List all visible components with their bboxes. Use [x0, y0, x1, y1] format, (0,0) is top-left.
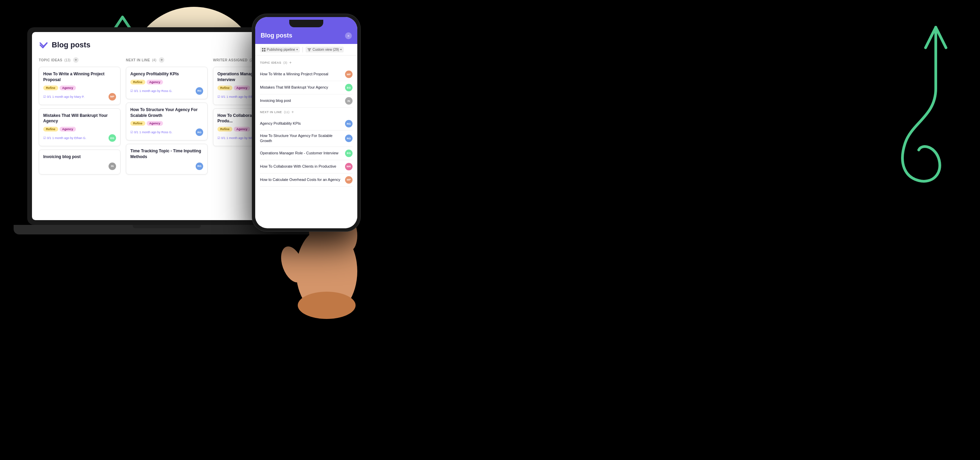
- phone-item-4[interactable]: How To Structure Your Agency For Scalabl…: [260, 131, 353, 147]
- column-next-in-line: NEXT IN LINE (4) + Agency Profitability …: [126, 57, 208, 209]
- tag-agency: Agency: [234, 127, 250, 131]
- chevron-down-icon: ▾: [296, 48, 298, 51]
- phone-item-1[interactable]: Mistakes That Will Bankrupt Your Agency …: [260, 81, 353, 94]
- phone-section-topic-ideas: TOPIC IDEAS (3) +: [260, 60, 353, 65]
- card-invoicing[interactable]: Invoicing blog post IN: [39, 150, 121, 174]
- filter-icon: [308, 48, 311, 51]
- phone-section-next-in-line: NEXT IN LINE (11) +: [260, 110, 353, 115]
- avatar-inv: IN: [108, 163, 116, 170]
- svg-rect-3: [264, 50, 266, 51]
- card-title: How To Structure Your Agency For Scalabl…: [130, 107, 203, 118]
- phone-item-5[interactable]: Operations Manager Role - Customer Inter…: [260, 147, 353, 160]
- tag-agency: Agency: [147, 80, 163, 85]
- phone-body: TOPIC IDEAS (3) + How To Write a Winning…: [255, 56, 357, 226]
- svg-rect-0: [262, 48, 263, 50]
- check-icon: ☑: [43, 95, 46, 99]
- card-title: Mistakes That Will Bankrupt Your Agency: [43, 113, 116, 125]
- tag-refine: Refine: [43, 86, 58, 90]
- card-meta: ☑ 0/1 1 month ago by Ross G.: [130, 89, 172, 93]
- card-footer: ☑ 0/1 1 month ago by Ethan G. EG: [43, 134, 116, 142]
- phone-item-avatar: MP: [345, 176, 353, 184]
- phone-item-title: Operations Manager Role - Customer Inter…: [260, 151, 342, 156]
- phone-item-avatar: WK: [345, 163, 353, 170]
- card-title: Invoicing blog post: [43, 154, 116, 160]
- card-footer: ☑ 0/1 1 month ago by Ross G. RG: [130, 128, 203, 136]
- card-meta: ☑ 0/1 1 month ago by Ethan G.: [43, 136, 86, 140]
- phone-item-title: Agency Profitability KPIs: [260, 121, 342, 126]
- phone-item-6[interactable]: How To Collaborate With Clients in Produ…: [260, 160, 353, 173]
- card-winning-proposal[interactable]: How To Write a Winning Project Proposal …: [39, 67, 121, 105]
- chevron-down-icon-2: ▾: [340, 48, 342, 51]
- card-title: Time Tracking Topic - Time Inputting Met…: [130, 148, 203, 160]
- column-count-topic-ideas: (13): [64, 58, 70, 62]
- tag-agency: Agency: [147, 121, 163, 126]
- avatar-rg-2: RG: [196, 128, 203, 136]
- tag-agency: Agency: [60, 86, 76, 90]
- tag-refine: Refine: [130, 80, 145, 85]
- grid-icon: [262, 48, 266, 51]
- custom-view-button[interactable]: Custom view (29) ▾: [305, 47, 344, 53]
- column-title-next-in-line: NEXT IN LINE: [126, 58, 150, 62]
- svg-rect-2: [262, 50, 263, 51]
- card-tags: Refine Agency: [43, 127, 116, 131]
- phone-item-title: How To Structure Your Agency For Scalabl…: [260, 133, 342, 144]
- phone-toolbar: Publishing pipeline ▾ Custom view (29) ▾: [255, 44, 357, 56]
- card-footer: ☑ 0/1 1 month ago by Mary P. MP: [43, 93, 116, 101]
- check-icon: ☑: [218, 136, 220, 140]
- tag-agency: Agency: [60, 127, 76, 131]
- avatar-rg: RG: [196, 87, 203, 95]
- card-footer: ☑ 0/1 1 month ago by Ross G. RG: [130, 87, 203, 95]
- card-meta: ☑ 0/1 1 month ago by Mary P.: [43, 95, 84, 99]
- phone-item-avatar: IN: [345, 97, 353, 105]
- phone-item-7[interactable]: How to Calculate Overhead Costs for an A…: [260, 173, 353, 187]
- scene: Blog posts TOPIC IDEAS (13) +: [0, 0, 980, 460]
- check-icon: ☑: [43, 136, 46, 140]
- card-meta: ☑ 0/1 1 month ago by Ross G.: [130, 131, 172, 134]
- tag-refine: Refine: [218, 127, 232, 131]
- phone-title: Blog posts: [261, 32, 292, 39]
- phone-add-topic-ideas[interactable]: +: [289, 60, 292, 65]
- svg-point-13: [298, 292, 356, 319]
- column-title-topic-ideas: TOPIC IDEAS: [39, 58, 62, 62]
- card-bankrupt-agency[interactable]: Mistakes That Will Bankrupt Your Agency …: [39, 109, 121, 147]
- phone-item-title: Invoicing blog post: [260, 98, 342, 103]
- card-agency-kpis[interactable]: Agency Profitability KPIs Refine Agency …: [126, 67, 208, 99]
- svg-rect-1: [264, 48, 266, 50]
- phone-item-avatar: RG: [345, 120, 353, 128]
- card-scalable-growth[interactable]: How To Structure Your Agency For Scalabl…: [126, 102, 208, 141]
- card-time-tracking[interactable]: Time Tracking Topic - Time Inputting Met…: [126, 144, 208, 174]
- phone-section-title-next: NEXT IN LINE: [260, 110, 282, 114]
- toolbar-divider: [302, 47, 303, 53]
- card-footer: RG: [130, 163, 203, 170]
- phone-item-title: How To Collaborate With Clients in Produ…: [260, 164, 342, 169]
- tag-refine: Refine: [218, 86, 232, 90]
- phone-area: Blog posts × Publishing pipel: [252, 14, 361, 232]
- phone-item-2[interactable]: Invoicing blog post IN: [260, 94, 353, 108]
- add-topic-ideas-button[interactable]: +: [73, 57, 79, 63]
- phone-item-avatar: MP: [345, 70, 353, 78]
- phone-close-button[interactable]: ×: [345, 32, 352, 39]
- phone-section-title-topic-ideas: TOPIC IDEAS: [260, 61, 282, 64]
- check-icon: ☑: [130, 131, 133, 134]
- column-topic-ideas: TOPIC IDEAS (13) + How To Write a Winnin…: [39, 57, 121, 209]
- card-tags: Refine Agency: [43, 86, 116, 90]
- phone-item-avatar: RG: [345, 134, 353, 142]
- card-footer: IN: [43, 163, 116, 170]
- add-next-in-line-button[interactable]: +: [159, 57, 164, 63]
- pipeline-button[interactable]: Publishing pipeline ▾: [260, 47, 300, 53]
- phone-item-3[interactable]: Agency Profitability KPIs RG: [260, 117, 353, 131]
- phone-item-title: How To Write a Winning Project Proposal: [260, 72, 342, 77]
- app-logo-icon: [39, 40, 48, 50]
- column-title-writer-assigned: WRITER ASSIGNED: [213, 58, 248, 62]
- phone-section-count-topic-ideas: (3): [283, 61, 287, 64]
- phone-item-avatar: EG: [345, 84, 353, 91]
- check-icon: ☑: [130, 89, 133, 93]
- phone-add-next-in-line[interactable]: +: [292, 110, 294, 115]
- column-header-next-in-line: NEXT IN LINE (4) +: [126, 57, 208, 63]
- card-tags: Refine Agency: [130, 80, 203, 85]
- column-count-next-in-line: (4): [152, 58, 156, 62]
- avatar-mp: MP: [108, 93, 116, 101]
- custom-view-label: Custom view (29): [312, 48, 339, 51]
- card-title: How To Write a Winning Project Proposal: [43, 71, 116, 83]
- phone-item-0[interactable]: How To Write a Winning Project Proposal …: [260, 68, 353, 81]
